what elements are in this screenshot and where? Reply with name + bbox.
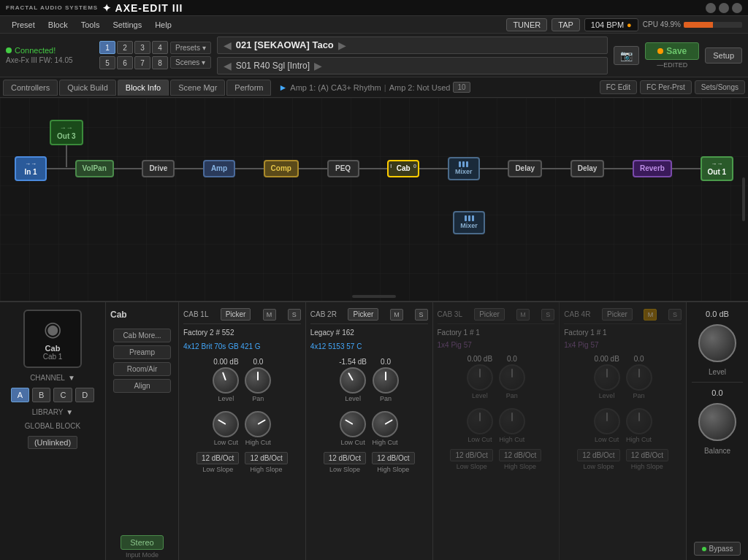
bank-btn-1[interactable]: 1 xyxy=(99,41,115,54)
bank-btn-8[interactable]: 8 xyxy=(152,56,168,69)
bank-btn-4[interactable]: 4 xyxy=(152,41,168,54)
align-button[interactable]: Align xyxy=(113,379,171,393)
cab1l-picker-button[interactable]: Picker xyxy=(221,308,251,321)
cab2r-high-slope-value[interactable]: 12 dB/Oct xyxy=(372,452,414,464)
tap-button[interactable]: TAP xyxy=(552,18,580,31)
cab2r-picker-button[interactable]: Picker xyxy=(348,308,378,321)
cab3l-low-slope-value[interactable]: 12 dB/Oct xyxy=(450,449,492,461)
tab-blockinfo[interactable]: Block Info xyxy=(118,80,169,96)
block-comp[interactable]: Comp xyxy=(264,160,299,177)
cab3l-lowcut-knob[interactable] xyxy=(467,408,493,434)
save-button[interactable]: Save xyxy=(645,42,699,60)
menu-block[interactable]: Block xyxy=(42,19,74,31)
fc-perprst-button[interactable]: FC Per-Prst xyxy=(640,80,692,94)
bank-btn-3[interactable]: 3 xyxy=(134,41,150,54)
menu-help[interactable]: Help xyxy=(149,19,178,31)
channel-d-button[interactable]: D xyxy=(75,388,94,402)
cab3l-s-button[interactable]: S xyxy=(541,309,554,321)
block-mixer1[interactable]: Mixer xyxy=(448,157,480,180)
cab1l-low-slope-value[interactable]: 12 dB/Oct xyxy=(196,452,239,464)
cab3l-pan-knob[interactable] xyxy=(499,364,525,391)
maximize-button[interactable] xyxy=(719,3,729,13)
cab3l-highcut-knob[interactable] xyxy=(499,408,525,434)
cab4r-low-slope-value[interactable]: 12 dB/Oct xyxy=(577,449,619,461)
channel-a-button[interactable]: A xyxy=(11,388,29,402)
bank-btn-5[interactable]: 5 xyxy=(99,56,115,69)
library-label[interactable]: LIBRARY ▼ xyxy=(32,408,74,416)
cab1l-pan-knob[interactable] xyxy=(245,367,271,394)
cab2r-pan-knob[interactable] xyxy=(373,367,399,394)
preset-left-arrow[interactable]: ◀ xyxy=(224,39,232,51)
roomair-button[interactable]: Room/Air xyxy=(113,362,171,376)
preset-right-arrow[interactable]: ▶ xyxy=(338,39,346,51)
cab4r-m-button[interactable]: M xyxy=(644,309,657,321)
preamp-button[interactable]: Preamp xyxy=(113,345,171,359)
block-drive[interactable]: Drive xyxy=(142,160,175,177)
tuner-button[interactable]: TUNER xyxy=(506,18,547,31)
fc-edit-button[interactable]: FC Edit xyxy=(600,80,637,94)
bank-btn-7[interactable]: 7 xyxy=(134,56,150,69)
block-mixer2[interactable]: Mixer xyxy=(453,211,485,234)
scene-left-arrow[interactable]: ◀ xyxy=(224,60,232,72)
cab1l-m-button[interactable]: M xyxy=(263,309,276,321)
balance-knob[interactable] xyxy=(698,403,736,441)
tab-perform[interactable]: Perform xyxy=(226,80,271,96)
cab4r-level-knob[interactable] xyxy=(594,364,620,391)
block-reverb[interactable]: Reverb xyxy=(633,160,672,177)
stereo-button[interactable]: Stereo xyxy=(121,535,163,550)
cab1l-highcut-knob[interactable] xyxy=(245,411,271,437)
h-scrollbar[interactable] xyxy=(352,295,396,298)
cab3l-picker-button[interactable]: Picker xyxy=(474,308,505,321)
tab-controllers[interactable]: Controllers xyxy=(3,80,58,96)
cab2r-level-knob[interactable] xyxy=(340,367,366,394)
cab2r-low-slope-value[interactable]: 12 dB/Oct xyxy=(324,452,366,464)
cab4r-high-slope-value[interactable]: 12 dB/Oct xyxy=(626,449,668,461)
channel-c-button[interactable]: C xyxy=(53,388,72,402)
cab4r-picker-button[interactable]: Picker xyxy=(602,308,633,321)
block-out1[interactable]: →→ Out 1 xyxy=(701,156,734,181)
cab2r-lowcut-knob[interactable] xyxy=(340,411,366,437)
bypass-button[interactable]: Bypass xyxy=(694,542,741,556)
cab4r-pan-knob[interactable] xyxy=(626,364,652,391)
cab4r-lowcut-knob[interactable] xyxy=(594,408,620,434)
cab2r-m-button[interactable]: M xyxy=(390,309,403,321)
cab2r-s-button[interactable]: S xyxy=(415,309,428,321)
cab2r-highcut-knob[interactable] xyxy=(372,411,398,437)
scene-right-arrow[interactable]: ▶ xyxy=(314,60,322,72)
block-in1[interactable]: →→ In 1 xyxy=(15,156,47,181)
bank-btn-2[interactable]: 2 xyxy=(117,41,133,54)
presets-dropdown[interactable]: Presets ▾ xyxy=(170,42,211,54)
block-peq[interactable]: PEQ xyxy=(327,160,359,177)
cab1l-high-slope-value[interactable]: 12 dB/Oct xyxy=(245,452,287,464)
cab1l-lowcut-knob[interactable] xyxy=(213,411,239,437)
block-cab[interactable]: I Cab 0 xyxy=(387,160,419,177)
block-out3[interactable]: →→ Out 3 xyxy=(50,120,83,145)
channel-b-button[interactable]: B xyxy=(32,388,50,402)
close-button[interactable] xyxy=(732,3,742,13)
block-delay2[interactable]: Delay xyxy=(570,160,605,177)
tab-quickbuild[interactable]: Quick Build xyxy=(59,80,116,96)
cab3l-level-knob[interactable] xyxy=(467,364,493,391)
menu-preset[interactable]: Preset xyxy=(6,19,41,31)
cab1l-s-button[interactable]: S xyxy=(288,309,301,321)
scenes-dropdown[interactable]: Scenes ▾ xyxy=(170,56,211,69)
block-amp[interactable]: Amp xyxy=(203,160,235,177)
menu-tools[interactable]: Tools xyxy=(75,19,106,31)
sets-songs-button[interactable]: Sets/Songs xyxy=(695,80,745,94)
block-volpan[interactable]: VolPan xyxy=(75,160,114,177)
bank-btn-6[interactable]: 6 xyxy=(117,56,133,69)
menu-settings[interactable]: Settings xyxy=(107,19,148,31)
cab4r-s-button[interactable]: S xyxy=(668,309,682,321)
cab-more-button[interactable]: Cab More... xyxy=(113,329,171,342)
cab-icon-area[interactable]: ◉ Cab Cab 1 xyxy=(23,310,82,368)
cab3l-m-button[interactable]: M xyxy=(516,309,530,321)
tab-scenemgr[interactable]: Scene Mgr xyxy=(170,80,225,96)
master-level-knob[interactable] xyxy=(698,324,736,362)
block-delay1[interactable]: Delay xyxy=(508,160,542,177)
cab4r-highcut-knob[interactable] xyxy=(626,408,652,434)
v-scrollbar[interactable] xyxy=(742,177,745,221)
setup-button[interactable]: Setup xyxy=(705,47,742,64)
minimize-button[interactable] xyxy=(706,3,716,13)
cab3l-high-slope-value[interactable]: 12 dB/Oct xyxy=(499,449,541,461)
cab1l-level-knob[interactable] xyxy=(213,367,239,394)
